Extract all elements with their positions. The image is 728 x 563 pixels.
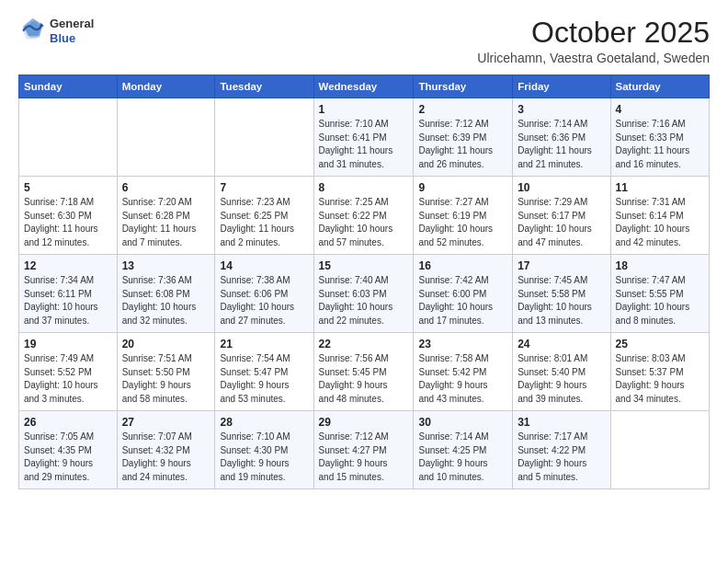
day-info: Sunrise: 7:25 AMSunset: 6:22 PMDaylight:… xyxy=(319,196,409,249)
day-number: 8 xyxy=(319,181,409,194)
day-number: 16 xyxy=(418,259,507,272)
calendar-cell: 14Sunrise: 7:38 AMSunset: 6:06 PMDayligh… xyxy=(215,255,313,333)
day-number: 17 xyxy=(518,259,605,272)
day-number: 12 xyxy=(24,259,112,272)
month-title: October 2025 xyxy=(477,17,710,49)
calendar-cell: 4Sunrise: 7:16 AMSunset: 6:33 PMDaylight… xyxy=(610,98,709,177)
logo: General Blue xyxy=(18,17,94,45)
day-info: Sunrise: 7:29 AMSunset: 6:17 PMDaylight:… xyxy=(518,196,605,249)
page: General Blue October 2025 Ulricehamn, Va… xyxy=(0,0,728,506)
day-info: Sunrise: 7:34 AMSunset: 6:11 PMDaylight:… xyxy=(24,274,112,327)
day-info: Sunrise: 7:10 AMSunset: 4:30 PMDaylight:… xyxy=(220,431,308,484)
day-number: 24 xyxy=(518,338,605,350)
day-info: Sunrise: 7:12 AMSunset: 6:39 PMDaylight:… xyxy=(418,118,507,171)
calendar-cell xyxy=(215,98,313,177)
day-info: Sunrise: 7:10 AMSunset: 6:41 PMDaylight:… xyxy=(319,118,409,171)
calendar-cell: 21Sunrise: 7:54 AMSunset: 5:47 PMDayligh… xyxy=(215,333,313,411)
day-info: Sunrise: 7:07 AMSunset: 4:32 PMDaylight:… xyxy=(122,431,210,484)
day-number: 14 xyxy=(220,259,308,272)
day-info: Sunrise: 7:58 AMSunset: 5:42 PMDaylight:… xyxy=(418,352,507,406)
calendar-cell: 1Sunrise: 7:10 AMSunset: 6:41 PMDaylight… xyxy=(313,98,414,177)
calendar-cell xyxy=(117,98,215,177)
calendar-cell: 13Sunrise: 7:36 AMSunset: 6:08 PMDayligh… xyxy=(117,255,215,333)
calendar-cell: 19Sunrise: 7:49 AMSunset: 5:52 PMDayligh… xyxy=(19,333,118,411)
day-info: Sunrise: 7:23 AMSunset: 6:25 PMDaylight:… xyxy=(220,196,308,249)
day-info: Sunrise: 7:18 AMSunset: 6:30 PMDaylight:… xyxy=(24,196,112,249)
calendar-cell: 18Sunrise: 7:47 AMSunset: 5:55 PMDayligh… xyxy=(610,255,709,333)
logo-blue-text: Blue xyxy=(50,31,94,46)
calendar-cell: 2Sunrise: 7:12 AMSunset: 6:39 PMDaylight… xyxy=(414,98,513,177)
calendar-cell: 26Sunrise: 7:05 AMSunset: 4:35 PMDayligh… xyxy=(19,411,118,489)
day-number: 23 xyxy=(418,338,507,350)
day-number: 2 xyxy=(418,103,507,116)
weekday-header-tuesday: Tuesday xyxy=(215,75,313,98)
day-number: 22 xyxy=(319,338,409,350)
day-number: 13 xyxy=(122,259,210,272)
day-info: Sunrise: 8:03 AMSunset: 5:37 PMDaylight:… xyxy=(616,352,704,406)
title-block: October 2025 Ulricehamn, Vaestra Goetala… xyxy=(477,17,710,65)
calendar-cell: 24Sunrise: 8:01 AMSunset: 5:40 PMDayligh… xyxy=(513,333,610,411)
day-info: Sunrise: 7:47 AMSunset: 5:55 PMDaylight:… xyxy=(616,274,704,327)
day-info: Sunrise: 7:12 AMSunset: 4:27 PMDaylight:… xyxy=(319,431,409,484)
day-info: Sunrise: 8:01 AMSunset: 5:40 PMDaylight:… xyxy=(518,352,605,406)
day-info: Sunrise: 7:51 AMSunset: 5:50 PMDaylight:… xyxy=(122,352,210,406)
calendar-cell xyxy=(19,98,118,177)
day-info: Sunrise: 7:27 AMSunset: 6:19 PMDaylight:… xyxy=(418,196,507,249)
day-info: Sunrise: 7:05 AMSunset: 4:35 PMDaylight:… xyxy=(24,431,112,484)
calendar-cell: 17Sunrise: 7:45 AMSunset: 5:58 PMDayligh… xyxy=(513,255,610,333)
day-number: 6 xyxy=(122,181,210,194)
calendar-week-row: 26Sunrise: 7:05 AMSunset: 4:35 PMDayligh… xyxy=(19,411,710,489)
day-info: Sunrise: 7:45 AMSunset: 5:58 PMDaylight:… xyxy=(518,274,605,327)
day-number: 30 xyxy=(418,416,507,429)
day-number: 26 xyxy=(24,416,112,429)
calendar-cell: 9Sunrise: 7:27 AMSunset: 6:19 PMDaylight… xyxy=(414,177,513,255)
calendar-table: SundayMondayTuesdayWednesdayThursdayFrid… xyxy=(18,75,710,489)
calendar-cell: 10Sunrise: 7:29 AMSunset: 6:17 PMDayligh… xyxy=(513,177,610,255)
calendar-week-row: 19Sunrise: 7:49 AMSunset: 5:52 PMDayligh… xyxy=(19,333,710,411)
calendar-week-row: 12Sunrise: 7:34 AMSunset: 6:11 PMDayligh… xyxy=(19,255,710,333)
day-number: 29 xyxy=(319,416,409,429)
day-number: 1 xyxy=(319,103,409,116)
day-number: 10 xyxy=(518,181,605,194)
day-number: 20 xyxy=(122,338,210,350)
day-number: 11 xyxy=(616,181,704,194)
calendar-week-row: 5Sunrise: 7:18 AMSunset: 6:30 PMDaylight… xyxy=(19,177,710,255)
weekday-header-thursday: Thursday xyxy=(414,75,513,98)
calendar-cell: 30Sunrise: 7:14 AMSunset: 4:25 PMDayligh… xyxy=(414,411,513,489)
day-number: 9 xyxy=(418,181,507,194)
day-info: Sunrise: 7:40 AMSunset: 6:03 PMDaylight:… xyxy=(319,274,409,327)
day-info: Sunrise: 7:56 AMSunset: 5:45 PMDaylight:… xyxy=(319,352,409,406)
calendar-cell: 29Sunrise: 7:12 AMSunset: 4:27 PMDayligh… xyxy=(313,411,414,489)
calendar-cell: 27Sunrise: 7:07 AMSunset: 4:32 PMDayligh… xyxy=(117,411,215,489)
day-number: 27 xyxy=(122,416,210,429)
calendar-cell: 6Sunrise: 7:20 AMSunset: 6:28 PMDaylight… xyxy=(117,177,215,255)
location: Ulricehamn, Vaestra Goetaland, Sweden xyxy=(477,51,710,65)
day-number: 19 xyxy=(24,338,112,350)
day-number: 21 xyxy=(220,338,308,350)
calendar-cell: 5Sunrise: 7:18 AMSunset: 6:30 PMDaylight… xyxy=(19,177,118,255)
day-number: 18 xyxy=(616,259,704,272)
day-info: Sunrise: 7:20 AMSunset: 6:28 PMDaylight:… xyxy=(122,196,210,249)
day-info: Sunrise: 7:31 AMSunset: 6:14 PMDaylight:… xyxy=(616,196,704,249)
day-number: 15 xyxy=(319,259,409,272)
day-info: Sunrise: 7:14 AMSunset: 6:36 PMDaylight:… xyxy=(518,118,605,171)
weekday-header-monday: Monday xyxy=(117,75,215,98)
calendar-cell: 8Sunrise: 7:25 AMSunset: 6:22 PMDaylight… xyxy=(313,177,414,255)
calendar-cell: 28Sunrise: 7:10 AMSunset: 4:30 PMDayligh… xyxy=(215,411,313,489)
day-info: Sunrise: 7:16 AMSunset: 6:33 PMDaylight:… xyxy=(616,118,704,171)
day-info: Sunrise: 7:42 AMSunset: 6:00 PMDaylight:… xyxy=(418,274,507,327)
logo-icon xyxy=(18,17,44,42)
weekday-header-saturday: Saturday xyxy=(610,75,709,98)
day-number: 25 xyxy=(616,338,704,350)
calendar-cell: 23Sunrise: 7:58 AMSunset: 5:42 PMDayligh… xyxy=(414,333,513,411)
logo-general-text: General xyxy=(50,17,94,31)
day-number: 7 xyxy=(220,181,308,194)
weekday-header-sunday: Sunday xyxy=(19,75,118,98)
day-number: 3 xyxy=(518,103,605,116)
day-number: 31 xyxy=(518,416,605,429)
calendar-cell: 11Sunrise: 7:31 AMSunset: 6:14 PMDayligh… xyxy=(610,177,709,255)
day-number: 5 xyxy=(24,181,112,194)
day-info: Sunrise: 7:14 AMSunset: 4:25 PMDaylight:… xyxy=(418,431,507,484)
calendar-cell: 7Sunrise: 7:23 AMSunset: 6:25 PMDaylight… xyxy=(215,177,313,255)
calendar-cell: 12Sunrise: 7:34 AMSunset: 6:11 PMDayligh… xyxy=(19,255,118,333)
